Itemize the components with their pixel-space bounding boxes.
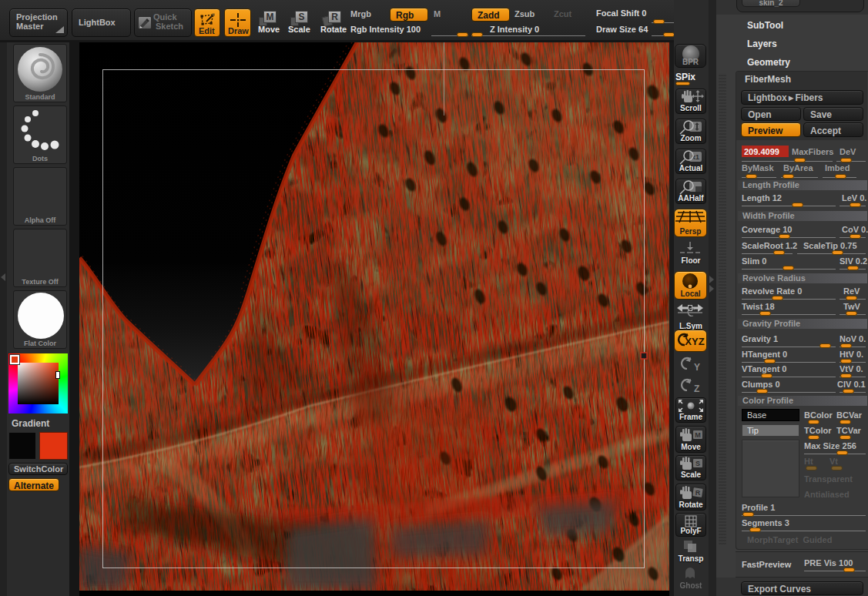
svg-text:XYZ: XYZ xyxy=(685,336,704,347)
svg-text:M: M xyxy=(695,431,701,439)
svg-text:Y: Y xyxy=(694,362,700,373)
svg-text:R: R xyxy=(695,489,701,497)
svg-text:Z: Z xyxy=(694,383,699,394)
svg-text:S: S xyxy=(695,460,700,467)
